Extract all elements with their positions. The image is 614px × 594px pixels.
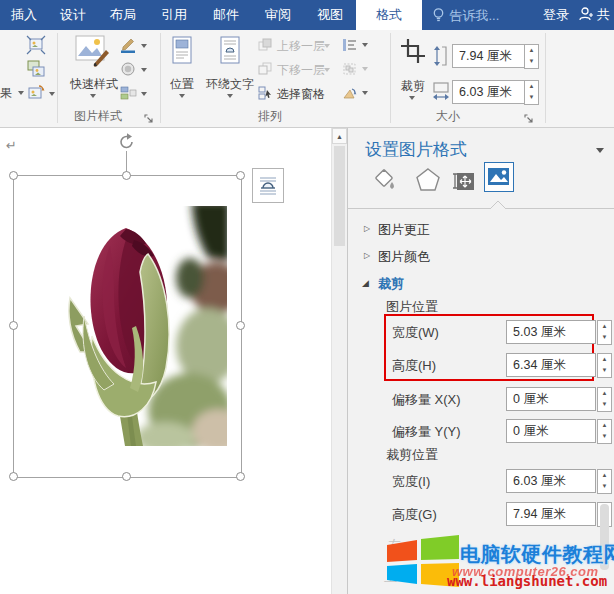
picture-styles-dialog-launcher[interactable] bbox=[144, 110, 154, 128]
reset-picture-dropdown-arrow[interactable] bbox=[49, 92, 55, 96]
expand-arrow-picture-color[interactable]: ▷ bbox=[364, 251, 370, 260]
tab-references[interactable]: 引用 bbox=[150, 0, 198, 30]
crop-dropdown-arrow[interactable] bbox=[409, 96, 415, 100]
quick-styles-dropdown-arrow[interactable] bbox=[90, 94, 96, 98]
picture-selection-border bbox=[13, 175, 242, 478]
shape-width-input[interactable]: 6.03 厘米 bbox=[452, 80, 530, 104]
tab-layout[interactable]: 布局 bbox=[100, 0, 146, 30]
handle-top-center[interactable] bbox=[122, 171, 131, 180]
document-canvas[interactable]: ↵ bbox=[0, 128, 347, 594]
width-w-spinner[interactable]: ▲▼ bbox=[597, 320, 612, 345]
picture-effects-button[interactable] bbox=[120, 61, 137, 81]
handle-middle-left[interactable] bbox=[9, 321, 18, 330]
selection-pane-icon bbox=[258, 86, 273, 100]
height-h-label: 高度(H) bbox=[392, 357, 436, 375]
sign-in-button[interactable]: 登录 bbox=[534, 0, 578, 30]
tab-review[interactable]: 审阅 bbox=[254, 0, 302, 30]
scrollbar-thumb[interactable] bbox=[334, 146, 345, 246]
rotate-button[interactable] bbox=[342, 86, 357, 104]
shape-height-input[interactable]: 7.94 厘米 bbox=[452, 44, 530, 68]
crop-button[interactable] bbox=[400, 38, 426, 68]
size-properties-icon bbox=[451, 169, 475, 193]
change-picture-icon bbox=[26, 59, 46, 79]
picture-effects-dropdown-arrow bbox=[141, 68, 147, 72]
change-picture-button[interactable] bbox=[26, 59, 46, 83]
shape-width-value: 6.03 厘米 bbox=[459, 85, 512, 99]
picture-styles-group-label: 图片样式 bbox=[74, 108, 122, 125]
offset-y-value: 0 厘米 bbox=[513, 424, 548, 438]
picture-layout-button[interactable] bbox=[120, 85, 137, 105]
share-button[interactable]: 共享 bbox=[578, 0, 614, 30]
crop-label: 裁剪 bbox=[400, 78, 426, 95]
artistic-effects-button-clipped[interactable]: 果 bbox=[0, 85, 24, 102]
shape-height-spinner[interactable]: ▲▼ bbox=[524, 44, 539, 69]
offset-y-label: 偏移量 Y(Y) bbox=[392, 423, 461, 441]
rotate-handle[interactable] bbox=[117, 132, 137, 156]
expand-arrow-picture-corrections[interactable]: ▷ bbox=[364, 224, 370, 233]
quick-styles-icon bbox=[74, 34, 110, 68]
handle-bottom-center[interactable] bbox=[122, 472, 131, 481]
document-scrollbar[interactable]: ▲ bbox=[331, 128, 347, 594]
pane-options-arrow[interactable] bbox=[596, 148, 604, 153]
offset-x-value: 0 厘米 bbox=[513, 392, 548, 406]
handle-bottom-right[interactable] bbox=[236, 472, 245, 481]
section-picture-color[interactable]: 图片颜色 bbox=[378, 248, 430, 266]
quick-styles-button[interactable] bbox=[74, 34, 110, 72]
shape-width-spinner[interactable]: ▲▼ bbox=[524, 80, 539, 105]
fill-line-tab[interactable] bbox=[372, 166, 400, 198]
quick-styles-label: 快速样式 bbox=[66, 76, 122, 93]
size-dialog-launcher[interactable] bbox=[524, 110, 534, 128]
shape-height-value: 7.94 厘米 bbox=[459, 49, 512, 63]
crop-width-input[interactable]: 6.03 厘米 bbox=[506, 469, 596, 493]
format-picture-pane: 设置图片格式 bbox=[347, 128, 614, 594]
handle-top-left[interactable] bbox=[9, 171, 18, 180]
align-button[interactable] bbox=[342, 38, 357, 56]
handle-middle-right[interactable] bbox=[236, 321, 245, 330]
position-button[interactable] bbox=[170, 36, 194, 70]
group-objects-button[interactable] bbox=[342, 62, 357, 80]
picture-border-icon bbox=[120, 37, 137, 53]
picture-layout-dropdown-arrow bbox=[141, 92, 147, 96]
layout-options-button[interactable] bbox=[252, 168, 284, 203]
position-dropdown-arrow[interactable] bbox=[179, 94, 185, 98]
width-w-input[interactable]: 5.03 厘米 bbox=[506, 320, 596, 344]
effects-tab[interactable] bbox=[414, 166, 442, 198]
offset-y-input[interactable]: 0 厘米 bbox=[506, 419, 596, 443]
section-crop-expanded[interactable]: 裁剪 bbox=[378, 275, 404, 293]
crop-width-spinner[interactable]: ▲▼ bbox=[597, 469, 612, 494]
bring-forward-dropdown-arrow bbox=[324, 44, 330, 48]
offset-y-spinner[interactable]: ▲▼ bbox=[597, 419, 612, 444]
height-h-spinner[interactable]: ▲▼ bbox=[597, 353, 612, 378]
group-divider bbox=[160, 33, 161, 123]
pentagon-icon bbox=[414, 166, 442, 194]
tab-design[interactable]: 设计 bbox=[50, 0, 96, 30]
picture-tab-selected[interactable] bbox=[484, 162, 514, 192]
artistic-effects-dropdown-arrow bbox=[18, 91, 24, 95]
layout-properties-tab[interactable] bbox=[451, 169, 475, 197]
scrollbar-up-arrow[interactable]: ▲ bbox=[332, 128, 347, 144]
picture-border-button[interactable] bbox=[120, 37, 137, 57]
group-divider bbox=[545, 33, 546, 123]
height-h-input[interactable]: 6.34 厘米 bbox=[506, 353, 596, 377]
tab-insert[interactable]: 插入 bbox=[2, 0, 46, 30]
offset-x-input[interactable]: 0 厘米 bbox=[506, 387, 596, 411]
offset-x-spinner[interactable]: ▲▼ bbox=[597, 387, 612, 412]
bring-forward-button[interactable]: 上移一层 bbox=[258, 38, 273, 56]
compress-picture-button[interactable] bbox=[26, 35, 46, 59]
wrap-text-dropdown-arrow[interactable] bbox=[227, 94, 233, 98]
crop-width-label: 宽度(I) bbox=[392, 473, 430, 491]
tab-view[interactable]: 视图 bbox=[306, 0, 354, 30]
collapse-arrow-crop[interactable]: ◢ bbox=[362, 278, 369, 288]
wrap-text-button[interactable] bbox=[218, 36, 242, 70]
crop-height-input[interactable]: 7.94 厘米 bbox=[506, 502, 596, 526]
reset-picture-button[interactable] bbox=[26, 83, 46, 107]
handle-top-right[interactable] bbox=[236, 171, 245, 180]
handle-bottom-left[interactable] bbox=[9, 472, 18, 481]
send-backward-button[interactable]: 下移一层 bbox=[258, 62, 273, 80]
tell-me-box[interactable]: 告诉我... bbox=[432, 0, 499, 30]
section-picture-corrections[interactable]: 图片更正 bbox=[378, 221, 430, 239]
selection-pane-button[interactable]: 选择窗格 bbox=[258, 86, 273, 104]
tab-format-active[interactable]: 格式 bbox=[356, 0, 422, 30]
field-row-height: 高度(H) 6.34 厘米 ▲▼ bbox=[348, 353, 614, 377]
tab-mailings[interactable]: 邮件 bbox=[202, 0, 250, 30]
